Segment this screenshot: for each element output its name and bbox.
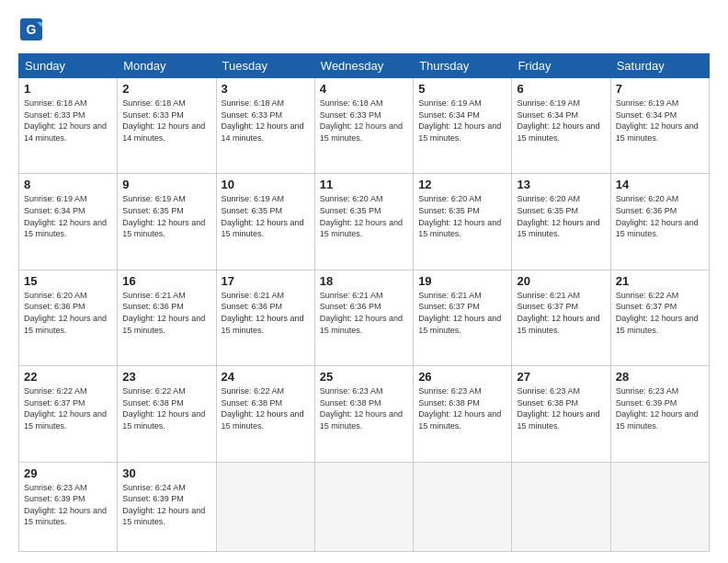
day-info: Sunrise: 6:23 AMSunset: 6:39 PMDaylight:… (24, 482, 112, 528)
day-number: 1 (24, 82, 112, 96)
day-number: 9 (122, 178, 210, 191)
col-tuesday: Tuesday (216, 54, 314, 78)
calendar-cell: 28 Sunrise: 6:23 AMSunset: 6:39 PMDaylig… (610, 366, 709, 462)
calendar-cell: 18 Sunrise: 6:21 AMSunset: 6:36 PMDaylig… (314, 270, 413, 365)
day-info: Sunrise: 6:19 AMSunset: 6:35 PMDaylight:… (222, 193, 310, 239)
day-number: 2 (122, 82, 210, 96)
calendar-cell: 20 Sunrise: 6:21 AMSunset: 6:37 PMDaylig… (512, 270, 610, 365)
day-info: Sunrise: 6:21 AMSunset: 6:37 PMDaylight:… (418, 290, 506, 336)
col-sunday: Sunday (19, 54, 118, 78)
day-number: 15 (24, 274, 112, 288)
day-number: 12 (418, 178, 506, 191)
day-info: Sunrise: 6:18 AMSunset: 6:33 PMDaylight:… (320, 98, 408, 144)
calendar-cell: 30 Sunrise: 6:24 AMSunset: 6:39 PMDaylig… (118, 462, 216, 551)
calendar-cell: 29 Sunrise: 6:23 AMSunset: 6:39 PMDaylig… (19, 462, 118, 551)
day-info: Sunrise: 6:18 AMSunset: 6:33 PMDaylight:… (122, 98, 210, 144)
calendar-cell: 14 Sunrise: 6:20 AMSunset: 6:36 PMDaylig… (610, 174, 709, 270)
calendar-cell: 8 Sunrise: 6:19 AMSunset: 6:34 PMDayligh… (19, 174, 118, 270)
day-info: Sunrise: 6:20 AMSunset: 6:36 PMDaylight:… (24, 290, 112, 336)
day-info: Sunrise: 6:23 AMSunset: 6:38 PMDaylight:… (418, 385, 506, 431)
day-number: 23 (122, 370, 210, 384)
day-number: 29 (24, 466, 112, 480)
day-number: 30 (122, 466, 210, 480)
day-info: Sunrise: 6:20 AMSunset: 6:35 PMDaylight:… (320, 193, 408, 239)
day-info: Sunrise: 6:19 AMSunset: 6:34 PMDaylight:… (418, 98, 506, 144)
day-info: Sunrise: 6:22 AMSunset: 6:37 PMDaylight:… (616, 290, 704, 336)
day-number: 3 (222, 82, 310, 96)
day-info: Sunrise: 6:24 AMSunset: 6:39 PMDaylight:… (122, 482, 210, 528)
calendar-cell: 3 Sunrise: 6:18 AMSunset: 6:33 PMDayligh… (216, 78, 314, 174)
day-info: Sunrise: 6:22 AMSunset: 6:37 PMDaylight:… (24, 385, 112, 431)
calendar-cell: 22 Sunrise: 6:22 AMSunset: 6:37 PMDaylig… (19, 366, 118, 462)
day-number: 20 (517, 274, 605, 288)
calendar-cell: 16 Sunrise: 6:21 AMSunset: 6:36 PMDaylig… (118, 270, 216, 365)
day-info: Sunrise: 6:19 AMSunset: 6:35 PMDaylight:… (122, 193, 210, 239)
day-number: 22 (24, 370, 112, 384)
calendar-cell: 26 Sunrise: 6:23 AMSunset: 6:38 PMDaylig… (414, 366, 512, 462)
day-number: 18 (320, 274, 408, 288)
calendar-cell: 24 Sunrise: 6:22 AMSunset: 6:38 PMDaylig… (216, 366, 314, 462)
calendar-cell: 2 Sunrise: 6:18 AMSunset: 6:33 PMDayligh… (118, 78, 216, 174)
calendar-cell: 10 Sunrise: 6:19 AMSunset: 6:35 PMDaylig… (216, 174, 314, 270)
day-info: Sunrise: 6:21 AMSunset: 6:37 PMDaylight:… (517, 290, 605, 336)
calendar-cell: 23 Sunrise: 6:22 AMSunset: 6:38 PMDaylig… (118, 366, 216, 462)
day-number: 27 (517, 370, 605, 384)
col-friday: Friday (512, 54, 610, 78)
calendar-cell: 15 Sunrise: 6:20 AMSunset: 6:36 PMDaylig… (19, 270, 118, 365)
calendar-cell: 13 Sunrise: 6:20 AMSunset: 6:35 PMDaylig… (512, 174, 610, 270)
day-number: 13 (517, 178, 605, 191)
day-number: 17 (222, 274, 310, 288)
day-info: Sunrise: 6:21 AMSunset: 6:36 PMDaylight:… (320, 290, 408, 336)
logo-icon: G (18, 17, 44, 42)
calendar-cell (216, 462, 314, 551)
calendar-cell: 7 Sunrise: 6:19 AMSunset: 6:34 PMDayligh… (610, 78, 709, 174)
day-number: 4 (320, 82, 408, 96)
day-info: Sunrise: 6:22 AMSunset: 6:38 PMDaylight:… (222, 385, 310, 431)
day-number: 24 (222, 370, 310, 384)
calendar-cell: 1 Sunrise: 6:18 AMSunset: 6:33 PMDayligh… (19, 78, 118, 174)
calendar-cell: 5 Sunrise: 6:19 AMSunset: 6:34 PMDayligh… (414, 78, 512, 174)
calendar-cell: 25 Sunrise: 6:23 AMSunset: 6:38 PMDaylig… (314, 366, 413, 462)
day-number: 11 (320, 178, 408, 191)
calendar-cell: 27 Sunrise: 6:23 AMSunset: 6:38 PMDaylig… (512, 366, 610, 462)
day-number: 6 (517, 82, 605, 96)
day-number: 7 (616, 82, 704, 96)
calendar-cell: 9 Sunrise: 6:19 AMSunset: 6:35 PMDayligh… (118, 174, 216, 270)
day-info: Sunrise: 6:18 AMSunset: 6:33 PMDaylight:… (24, 98, 112, 144)
col-monday: Monday (118, 54, 216, 78)
day-info: Sunrise: 6:20 AMSunset: 6:35 PMDaylight:… (418, 193, 506, 239)
day-info: Sunrise: 6:19 AMSunset: 6:34 PMDaylight:… (24, 193, 112, 239)
day-info: Sunrise: 6:18 AMSunset: 6:33 PMDaylight:… (222, 98, 310, 144)
calendar-cell (512, 462, 610, 551)
calendar-cell: 4 Sunrise: 6:18 AMSunset: 6:33 PMDayligh… (314, 78, 413, 174)
day-number: 21 (616, 274, 704, 288)
calendar-cell: 12 Sunrise: 6:20 AMSunset: 6:35 PMDaylig… (414, 174, 512, 270)
page: G Sunday Monday Tuesday Wednesday Thursd… (0, 0, 728, 563)
day-info: Sunrise: 6:23 AMSunset: 6:38 PMDaylight:… (320, 385, 408, 431)
svg-text:G: G (27, 22, 37, 37)
header: G (18, 17, 710, 42)
day-info: Sunrise: 6:20 AMSunset: 6:35 PMDaylight:… (517, 193, 605, 239)
calendar-header-row: Sunday Monday Tuesday Wednesday Thursday… (19, 54, 710, 78)
day-number: 28 (616, 370, 704, 384)
day-number: 5 (418, 82, 506, 96)
day-number: 8 (24, 178, 112, 191)
day-number: 26 (418, 370, 506, 384)
day-number: 16 (122, 274, 210, 288)
day-info: Sunrise: 6:19 AMSunset: 6:34 PMDaylight:… (616, 98, 704, 144)
day-info: Sunrise: 6:21 AMSunset: 6:36 PMDaylight:… (222, 290, 310, 336)
col-thursday: Thursday (414, 54, 512, 78)
calendar-cell: 19 Sunrise: 6:21 AMSunset: 6:37 PMDaylig… (414, 270, 512, 365)
calendar-cell (414, 462, 512, 551)
col-saturday: Saturday (610, 54, 709, 78)
day-info: Sunrise: 6:20 AMSunset: 6:36 PMDaylight:… (616, 193, 704, 239)
day-number: 25 (320, 370, 408, 384)
logo: G (18, 17, 48, 42)
calendar-cell: 6 Sunrise: 6:19 AMSunset: 6:34 PMDayligh… (512, 78, 610, 174)
calendar-cell: 11 Sunrise: 6:20 AMSunset: 6:35 PMDaylig… (314, 174, 413, 270)
calendar-cell: 17 Sunrise: 6:21 AMSunset: 6:36 PMDaylig… (216, 270, 314, 365)
day-info: Sunrise: 6:23 AMSunset: 6:38 PMDaylight:… (517, 385, 605, 431)
day-number: 10 (222, 178, 310, 191)
calendar-cell (610, 462, 709, 551)
day-number: 19 (418, 274, 506, 288)
